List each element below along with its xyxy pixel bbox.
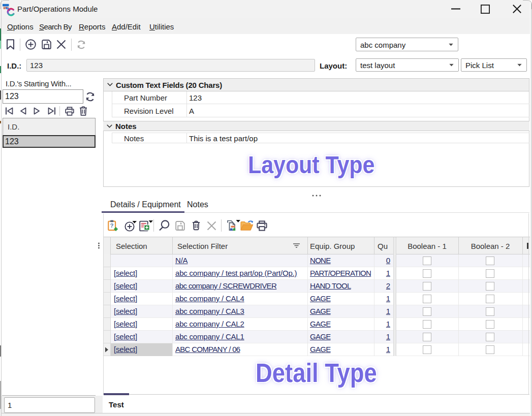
svg-text:?: ? bbox=[110, 222, 113, 229]
